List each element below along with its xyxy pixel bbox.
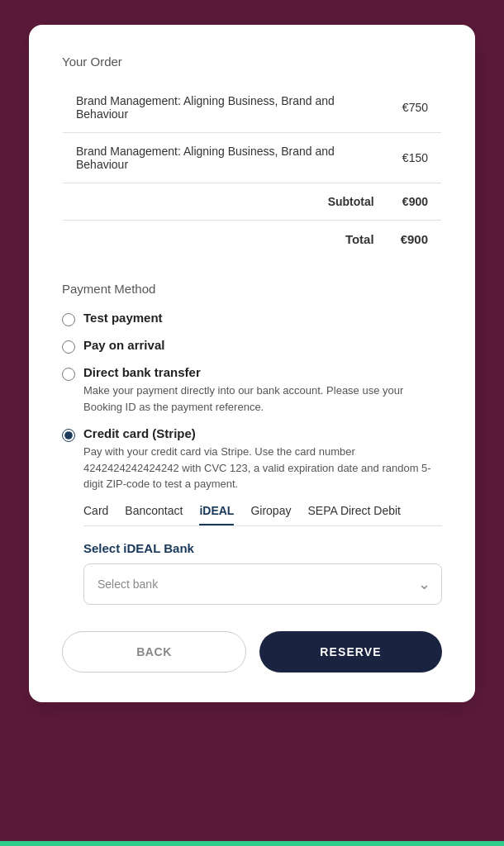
order-item-1: Brand Management: Aligning Business, Bra… <box>63 83 442 133</box>
tab-card[interactable]: Card <box>83 504 108 525</box>
footer-buttons: BACK RESERVE <box>62 631 442 673</box>
total-label: Total <box>63 221 388 259</box>
order-item-1-name: Brand Management: Aligning Business, Bra… <box>63 83 388 133</box>
subtotal-row: Subtotal €900 <box>63 183 442 221</box>
payment-option-bank-transfer[interactable]: Direct bank transfer Make your payment d… <box>62 365 442 415</box>
payment-method-title: Payment Method <box>62 282 442 296</box>
payment-option-arrival[interactable]: Pay on arrival <box>62 338 442 354</box>
pay-on-arrival-label: Pay on arrival <box>83 338 164 352</box>
subtotal-value: €900 <box>388 183 442 221</box>
order-item-2: Brand Management: Aligning Business, Bra… <box>63 133 442 183</box>
order-item-1-price: €750 <box>388 83 442 133</box>
tab-giropay[interactable]: Giropay <box>250 504 291 525</box>
direct-bank-transfer-description: Make your payment directly into our bank… <box>83 383 442 415</box>
payment-option-credit-card[interactable]: Credit card (Stripe) Pay with your credi… <box>62 426 442 492</box>
total-row: Total €900 <box>63 221 442 259</box>
payment-option-test[interactable]: Test payment <box>62 311 442 326</box>
radio-pay-on-arrival[interactable] <box>62 340 75 354</box>
order-table: Brand Management: Aligning Business, Bra… <box>62 82 442 259</box>
stripe-tabs: Card Bancontact iDEAL Giropay SEPA Direc… <box>83 504 442 526</box>
radio-credit-card-stripe[interactable] <box>62 429 75 442</box>
main-card: Your Order Brand Management: Aligning Bu… <box>29 25 475 702</box>
tab-sepa[interactable]: SEPA Direct Debit <box>307 504 401 525</box>
radio-direct-bank-transfer[interactable] <box>62 368 75 381</box>
bank-select-wrapper: Select bank ABN AMRO ASN Bank Bunq ING K… <box>83 563 442 605</box>
direct-bank-transfer-label: Direct bank transfer <box>83 365 442 379</box>
radio-test-payment[interactable] <box>62 313 75 326</box>
test-payment-label: Test payment <box>83 311 163 325</box>
bottom-bar <box>0 841 504 846</box>
order-section-title: Your Order <box>62 55 442 69</box>
subtotal-label: Subtotal <box>63 183 388 221</box>
credit-card-stripe-description: Pay with your credit card via Stripe. Us… <box>83 444 442 492</box>
order-item-2-price: €150 <box>388 133 442 183</box>
ideal-section-title: Select iDEAL Bank <box>83 541 442 555</box>
bank-select[interactable]: Select bank ABN AMRO ASN Bank Bunq ING K… <box>83 563 442 605</box>
total-value: €900 <box>388 221 442 259</box>
credit-card-stripe-label: Credit card (Stripe) <box>83 426 442 440</box>
back-button[interactable]: BACK <box>62 631 246 673</box>
tab-ideal[interactable]: iDEAL <box>199 504 234 525</box>
order-item-2-name: Brand Management: Aligning Business, Bra… <box>63 133 388 183</box>
tab-bancontact[interactable]: Bancontact <box>125 504 183 525</box>
reserve-button[interactable]: RESERVE <box>259 631 442 673</box>
ideal-section: Select iDEAL Bank Select bank ABN AMRO A… <box>83 541 442 605</box>
